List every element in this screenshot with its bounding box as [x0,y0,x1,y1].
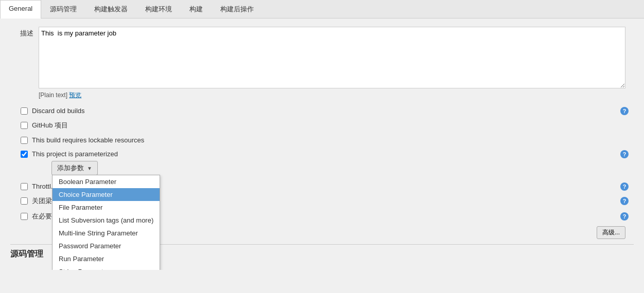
add-param-label: 添加参数 [57,163,84,173]
zai-bi-yao-help-icon[interactable]: ? [620,212,629,221]
description-label: 描述 [10,27,39,38]
guan-tuan-help-icon[interactable]: ? [620,197,629,205]
preview-link[interactable]: 预览 [69,91,81,99]
dropdown-item-multiline[interactable]: Multi-line String Parameter [53,227,160,240]
guan-tuan-checkbox[interactable] [21,197,28,205]
github-project-label: GitHub 项目 [32,121,68,130]
parameterized-checkbox[interactable] [21,151,28,158]
discard-builds-label: Discard old builds [32,107,85,115]
dropdown-item-choice[interactable]: Choice Parameter [53,188,160,201]
parameterized-help-icon[interactable]: ? [620,150,629,158]
dropdown-item-file[interactable]: File Parameter [53,201,160,214]
discard-builds-checkbox[interactable] [21,107,28,115]
dropdown-item-boolean[interactable]: Boolean Parameter [53,175,160,188]
parameterized-label: This project is parameterized [32,150,118,158]
tab-trigger[interactable]: 构建触发器 [85,0,136,18]
throttle-checkbox[interactable] [21,183,28,190]
tab-build-env[interactable]: 构建环境 [136,0,181,18]
tab-general[interactable]: General [0,0,41,19]
description-field-content: This is my parameter job [Plain text] 预览 [39,27,634,100]
github-project-checkbox[interactable] [21,122,28,129]
dropdown-item-run[interactable]: Run Parameter [53,252,160,265]
dropdown-item-password[interactable]: Password Parameter [53,240,160,252]
github-project-row: GitHub 项目 [10,118,634,133]
tab-source[interactable]: 源码管理 [41,0,85,18]
plain-text-hint: [Plain text] 预览 [39,91,634,100]
tab-bar: General 源码管理 构建触发器 构建环境 构建 构建后操作 [0,0,644,19]
description-textarea[interactable]: This is my parameter job [39,27,625,88]
description-row: 描述 This is my parameter job [Plain text]… [10,27,634,100]
dropdown-arrow-icon: ▼ [87,166,92,171]
plain-text-label: [Plain text] [39,91,67,99]
parameterized-row: This project is parameterized ? [10,147,634,161]
zai-bi-yao-checkbox[interactable] [21,213,28,220]
discard-builds-help-icon[interactable]: ? [620,107,629,115]
add-param-button[interactable]: 添加参数 ▼ Boolean Parameter Choice Paramete… [51,161,98,175]
lockable-resources-row: This build requires lockable resources [10,133,634,147]
lockable-resources-label: This build requires lockable resources [32,136,144,144]
dropdown-item-svn[interactable]: List Subversion tags (and more) [53,214,160,227]
dropdown-item-string[interactable]: String Parameter [53,265,160,270]
tab-post-build[interactable]: 构建后操作 [212,0,263,18]
throttle-help-icon[interactable]: ? [620,182,629,191]
lockable-resources-checkbox[interactable] [21,137,28,144]
param-type-dropdown: Boolean Parameter Choice Parameter File … [52,175,160,270]
advanced-button[interactable]: 高级... [597,226,625,239]
tab-build[interactable]: 构建 [181,0,212,18]
discard-builds-row: Discard old builds ? [10,104,634,118]
general-content: 描述 This is my parameter job [Plain text]… [0,19,644,270]
